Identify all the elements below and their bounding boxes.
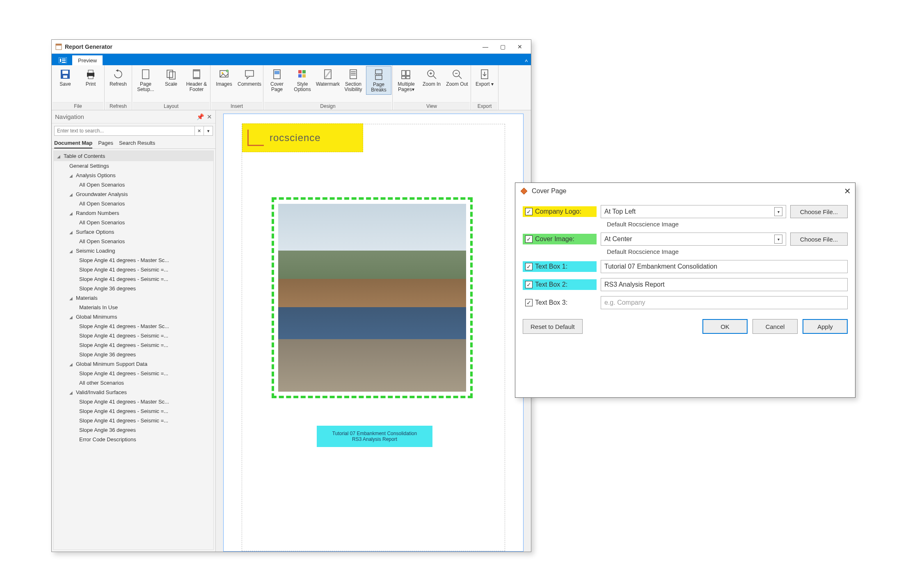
tree-item[interactable]: Slope Angle 41 degrees - Seismic =... (54, 406, 213, 416)
apply-button[interactable]: Apply (803, 319, 848, 334)
export-button[interactable]: Export ▾ (472, 66, 497, 94)
tree-item[interactable]: Materials In Use (54, 303, 213, 312)
tree-item[interactable]: Slope Angle 36 degrees (54, 350, 213, 359)
company-logo-checkbox[interactable]: ✓ (525, 208, 533, 215)
cover-image-choose-file-button[interactable]: Choose File... (790, 233, 848, 246)
images-button[interactable]: +Images (211, 66, 237, 94)
search-clear-icon[interactable]: ✕ (195, 126, 204, 136)
ribbon-group-label: File (53, 102, 103, 110)
maximize-button[interactable]: ▢ (494, 41, 511, 53)
text-box-preview[interactable]: Tutorial 07 Embankment Consolidation RS3… (317, 426, 432, 447)
style-options-button[interactable]: Style Options (290, 66, 315, 94)
tree-item[interactable]: All other Scenarios (54, 378, 213, 388)
ribbon-collapse-icon[interactable]: ^ (525, 59, 528, 65)
print-button[interactable]: Print (78, 66, 103, 94)
tree-item[interactable]: Slope Angle 36 degrees (54, 425, 213, 435)
scale-button[interactable]: Scale (158, 66, 184, 94)
save-button[interactable]: Save (53, 66, 78, 94)
nav-tab-pages[interactable]: Pages (98, 138, 113, 148)
search-input[interactable] (54, 126, 195, 136)
page-setup-button[interactable]: Page Setup... (133, 66, 158, 94)
chevron-down-icon: ◢ (69, 173, 74, 178)
multiple-pages-button[interactable]: Multiple Pages▾ (393, 66, 419, 94)
nav-close-icon[interactable]: ✕ (207, 113, 212, 121)
tree-item[interactable]: ◢Materials (54, 293, 213, 303)
ok-button[interactable]: OK (702, 319, 748, 334)
page-breaks-button[interactable]: Page Breaks (366, 66, 391, 95)
tree-item[interactable]: ◢Global Minimums (54, 312, 213, 322)
watermark-button[interactable]: Watermark (315, 66, 341, 94)
text-box-1-label-cell: ✓ Text Box 1: (523, 261, 597, 272)
toc-root[interactable]: ◢Table of Contents (54, 151, 213, 161)
tree-item[interactable]: Slope Angle 41 degrees - Seismic =... (54, 265, 213, 274)
text-box-3-input[interactable]: e.g. Company (601, 296, 848, 309)
svg-line-44 (433, 76, 436, 79)
refresh-button[interactable]: Refresh (105, 66, 131, 94)
tree-item[interactable]: Slope Angle 41 degrees - Seismic =... (54, 369, 213, 378)
cover-image-preview[interactable] (272, 197, 473, 398)
section-visibility-button[interactable]: Section Visibility (341, 66, 366, 94)
comments-button[interactable]: Comments (237, 66, 262, 94)
ribbon-group-label: Layout (133, 102, 209, 110)
tree-item[interactable]: ◢Analysis Options (54, 171, 213, 180)
tree-item[interactable]: Slope Angle 41 degrees - Master Sc... (54, 397, 213, 406)
tree-item[interactable]: All Open Scenarios (54, 180, 213, 189)
svg-rect-42 (406, 76, 410, 79)
cover-image-checkbox[interactable]: ✓ (525, 235, 533, 243)
document-map-tree[interactable]: ◢Table of ContentsGeneral Settings◢Analy… (53, 151, 214, 550)
header-footer-button[interactable]: Header & Footer (184, 66, 209, 94)
tree-item[interactable]: ◢Groundwater Analysis (54, 189, 213, 199)
cover-page-button[interactable]: Cover Page (264, 66, 290, 94)
nav-tab-document-map[interactable]: Document Map (54, 138, 92, 148)
page-breaks-icon (372, 68, 385, 81)
close-button[interactable]: ✕ (511, 41, 528, 53)
cover-image-dropdown[interactable]: At Center ▾ (601, 233, 786, 246)
file-menu-icon[interactable] (53, 55, 72, 65)
tree-item[interactable]: ◢Surface Options (54, 227, 213, 237)
tree-item[interactable]: General Settings (54, 161, 213, 171)
cover-image-label: Cover Image: (535, 235, 574, 243)
svg-marker-51 (521, 188, 527, 194)
pin-icon[interactable]: 📌 (197, 113, 204, 121)
tree-item[interactable]: Slope Angle 41 degrees - Seismic =... (54, 274, 213, 284)
dialog-close-icon[interactable]: ✕ (844, 186, 851, 196)
search-go-icon[interactable]: ▾ (204, 126, 213, 136)
reset-to-default-button[interactable]: Reset to Default (523, 319, 583, 334)
company-logo-preview[interactable]: rocscience (242, 123, 363, 152)
text-box-1-checkbox[interactable]: ✓ (525, 263, 533, 270)
tree-item[interactable]: ◢Global Minimum Support Data (54, 359, 213, 369)
company-logo-choose-file-button[interactable]: Choose File... (790, 205, 848, 218)
tree-item[interactable]: Slope Angle 41 degrees - Master Sc... (54, 322, 213, 331)
company-logo-dropdown[interactable]: At Top Left ▾ (601, 205, 786, 218)
section-visibility-label: Section Visibility (341, 82, 365, 93)
ribbon-tab-preview[interactable]: Preview (72, 55, 103, 65)
minimize-button[interactable]: — (477, 41, 494, 53)
tree-item[interactable]: All Open Scenarios (54, 218, 213, 227)
tree-item[interactable]: All Open Scenarios (54, 237, 213, 246)
text-box-3-checkbox[interactable]: ✓ (525, 299, 533, 306)
tree-item[interactable]: ◢Random Numbers (54, 208, 213, 218)
tree-item[interactable]: Slope Angle 41 degrees - Seismic =... (54, 331, 213, 340)
svg-rect-41 (402, 76, 405, 79)
tree-item[interactable]: All Open Scenarios (54, 199, 213, 208)
nav-tab-search-results[interactable]: Search Results (119, 138, 155, 148)
ribbon-group-layout: Page Setup...ScaleHeader & FooterLayout (132, 65, 210, 110)
svg-point-20 (222, 72, 223, 74)
zoom-in-button[interactable]: Zoom In (419, 66, 444, 94)
text-box-2-input[interactable]: RS3 Analysis Report (601, 278, 848, 291)
text-box-1-input[interactable]: Tutorial 07 Embankment Consolidation (601, 260, 848, 273)
ribbon-group-label: Design (264, 102, 391, 110)
chevron-down-icon: ◢ (69, 315, 74, 319)
text-box-3-placeholder: e.g. Company (604, 299, 645, 306)
tree-item[interactable]: ◢Valid/Invalid Surfaces (54, 388, 213, 397)
tree-item[interactable]: Error Code Descriptions (54, 435, 213, 444)
tree-item[interactable]: ◢Seismic Loading (54, 246, 213, 255)
text-box-2-checkbox[interactable]: ✓ (525, 281, 533, 288)
tree-item[interactable]: Slope Angle 41 degrees - Seismic =... (54, 416, 213, 425)
zoom-out-button[interactable]: Zoom Out (444, 66, 470, 94)
cancel-button[interactable]: Cancel (752, 319, 798, 334)
tree-item[interactable]: Slope Angle 41 degrees - Master Sc... (54, 255, 213, 265)
tree-item[interactable]: Slope Angle 41 degrees - Seismic =... (54, 340, 213, 350)
tree-item[interactable]: Slope Angle 36 degrees (54, 284, 213, 293)
ribbon-group-export: Export ▾Export (471, 65, 499, 110)
